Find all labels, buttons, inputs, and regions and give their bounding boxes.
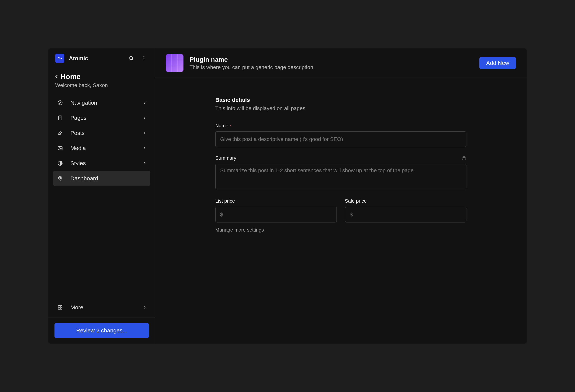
sidebar-footer: Review 2 changes... (48, 317, 155, 343)
header-text: Plugin name This is where you can put a … (190, 56, 473, 70)
name-field-group: Name * (215, 123, 466, 147)
search-button[interactable] (127, 54, 135, 62)
sale-price-input[interactable] (345, 207, 466, 222)
svg-marker-6 (59, 102, 61, 103)
svg-point-13 (59, 147, 60, 148)
form: Basic details This info will be displaye… (215, 97, 466, 233)
name-input[interactable] (215, 131, 466, 147)
svg-point-21 (464, 159, 464, 159)
svg-point-2 (144, 56, 144, 57)
required-star: * (230, 125, 231, 128)
chevron-right-icon (143, 116, 146, 120)
sidebar-item-label: Styles (70, 160, 143, 167)
compass-icon (57, 99, 64, 106)
back-chevron-icon[interactable] (54, 74, 59, 80)
sale-price-label: Sale price (345, 198, 367, 204)
section-title: Basic details (215, 97, 466, 103)
contrast-icon (57, 160, 64, 167)
svg-rect-16 (58, 306, 60, 307)
sidebar-item-media[interactable]: Media (53, 141, 150, 156)
chevron-right-icon (143, 161, 146, 165)
page-icon (57, 115, 64, 121)
chevron-right-icon (143, 131, 146, 135)
brand-name: Atomic (69, 55, 122, 61)
manage-more-settings-link[interactable]: Manage more settings (215, 227, 466, 233)
review-changes-button[interactable]: Review 2 changes... (54, 323, 149, 338)
page-title: Home (61, 73, 81, 81)
svg-point-5 (58, 101, 62, 105)
list-price-field-group: List price (215, 198, 337, 222)
help-icon[interactable] (461, 156, 466, 161)
chevron-right-icon (143, 146, 146, 150)
svg-rect-17 (60, 306, 62, 307)
sidebar-item-posts[interactable]: Posts (53, 125, 150, 141)
chevron-right-icon (143, 101, 146, 105)
main-header: Plugin name This is where you can put a … (155, 49, 527, 78)
sidebar: Atomic Home (48, 49, 155, 343)
sidebar-top-bar: Atomic (48, 49, 155, 68)
sidebar-item-label: Navigation (70, 99, 143, 106)
sidebar-item-dashboard[interactable]: Dashboard (53, 171, 150, 186)
plugin-title: Plugin name (190, 56, 473, 63)
plugin-description: This is where you can put a generic page… (190, 64, 473, 70)
image-icon (57, 145, 64, 151)
section-description: This info will be displayed on all pages (215, 105, 466, 111)
location-icon (57, 175, 64, 182)
more-menu-button[interactable] (140, 54, 148, 62)
summary-input[interactable] (215, 164, 466, 189)
svg-line-1 (132, 59, 133, 60)
nav-list-bottom: More (53, 300, 150, 317)
search-icon (128, 55, 134, 61)
price-row: List price Sale price (215, 198, 466, 222)
app-window: Atomic Home (48, 49, 527, 343)
sidebar-item-more[interactable]: More (53, 300, 150, 315)
sale-price-field-group: Sale price (345, 198, 466, 222)
grid-icon (57, 304, 64, 311)
main-body: Basic details This info will be displaye… (155, 78, 527, 233)
sidebar-item-label: Dashboard (70, 175, 146, 182)
pencil-icon (57, 130, 64, 136)
welcome-text: Welcome back, Saxon (53, 82, 150, 95)
svg-rect-19 (60, 308, 62, 309)
svg-point-15 (60, 177, 61, 179)
list-price-input[interactable] (215, 207, 337, 222)
chevron-right-icon (143, 305, 146, 310)
summary-field-group: Summary (215, 155, 466, 190)
plugin-thumbnail (166, 54, 184, 72)
brand-icon (55, 54, 64, 63)
name-label: Name (215, 123, 228, 128)
sidebar-item-label: Pages (70, 115, 143, 121)
nav-list: Navigation Pages (53, 95, 150, 186)
summary-label: Summary (215, 155, 236, 161)
kebab-icon (141, 55, 147, 61)
sidebar-item-pages[interactable]: Pages (53, 110, 150, 125)
sidebar-item-styles[interactable]: Styles (53, 156, 150, 171)
main: Plugin name This is where you can put a … (155, 49, 527, 343)
svg-point-0 (129, 56, 133, 60)
list-price-label: List price (215, 198, 235, 204)
add-new-button[interactable]: Add New (479, 57, 516, 69)
sidebar-body: Home Welcome back, Saxon Navigation (48, 68, 155, 317)
sidebar-item-navigation[interactable]: Navigation (53, 95, 150, 110)
sidebar-item-label: Media (70, 145, 143, 151)
sidebar-item-label: Posts (70, 130, 143, 136)
sidebar-item-label: More (70, 304, 143, 311)
svg-point-3 (144, 58, 144, 59)
svg-point-4 (144, 60, 144, 61)
page-heading-row: Home (53, 73, 150, 82)
svg-rect-18 (58, 308, 60, 309)
